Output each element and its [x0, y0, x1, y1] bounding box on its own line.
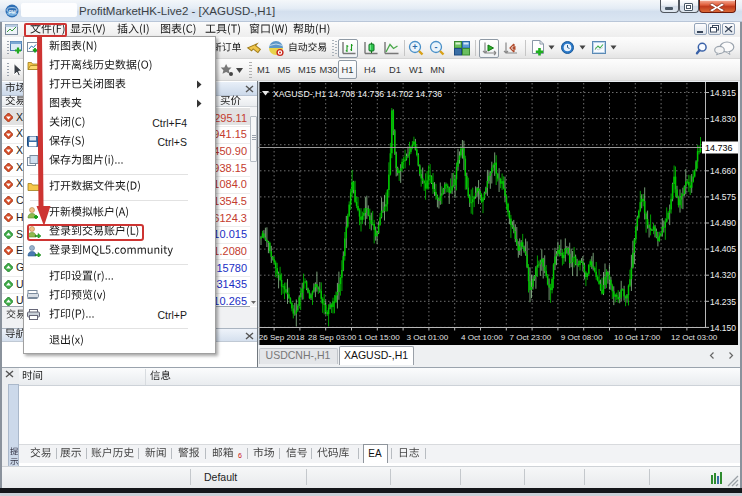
svg-text:1 Oct 15:00: 1 Oct 15:00 [358, 333, 400, 342]
svg-text:PM: PM [9, 10, 16, 15]
svg-text:14.915: 14.915 [710, 88, 736, 98]
svg-text:14.660: 14.660 [710, 166, 736, 176]
svg-text:28 Sep 03:00: 28 Sep 03:00 [308, 333, 357, 342]
svg-text:14.320: 14.320 [710, 270, 736, 280]
svg-text:+: + [412, 42, 417, 52]
svg-text:14.830: 14.830 [710, 114, 736, 124]
svg-text:-: - [435, 42, 438, 52]
svg-text:14.490: 14.490 [710, 218, 736, 228]
svg-text:14.575: 14.575 [710, 192, 736, 202]
svg-text:12 Oct 03:00: 12 Oct 03:00 [671, 333, 718, 342]
svg-text:3 Oct 01:00: 3 Oct 01:00 [407, 333, 449, 342]
svg-text:14.405: 14.405 [710, 244, 736, 254]
svg-text:9 Oct 08:00: 9 Oct 08:00 [561, 333, 603, 342]
svg-text:26 Sep 2018: 26 Sep 2018 [259, 333, 305, 342]
svg-text:10 Oct 17:00: 10 Oct 17:00 [614, 333, 661, 342]
svg-text:7 Oct 23:00: 7 Oct 23:00 [509, 333, 551, 342]
svg-text:14.736: 14.736 [705, 143, 733, 153]
svg-text:4 Oct 10:00: 4 Oct 10:00 [461, 333, 503, 342]
svg-text:14.235: 14.235 [710, 297, 736, 307]
svg-text:XAGUSD-,H1 14.708 14.736 14.7: XAGUSD-,H1 14.708 14.736 14.702 14.736 [273, 89, 442, 99]
svg-text:14.150: 14.150 [710, 323, 736, 333]
